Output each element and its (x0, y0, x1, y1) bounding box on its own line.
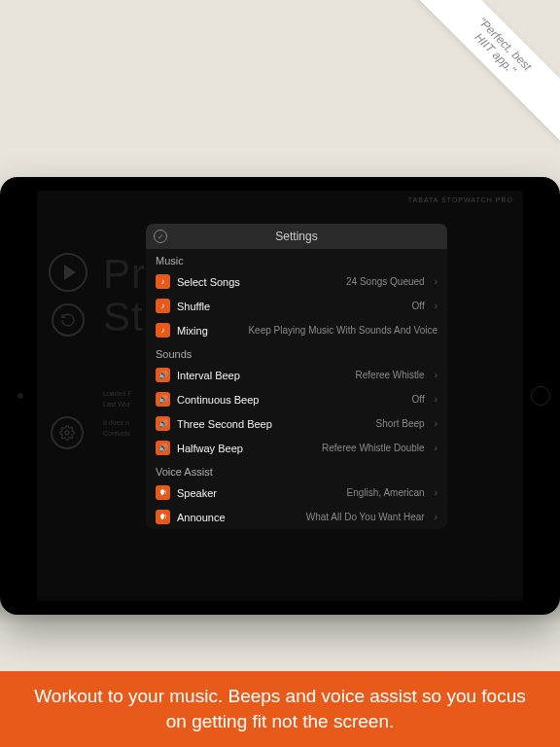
play-button[interactable] (49, 253, 88, 292)
row-label: Mixing (177, 325, 208, 337)
settings-row[interactable]: 🔊Interval BeepReferee Whistle› (146, 363, 447, 387)
row-icon: 🗣 (156, 510, 170, 524)
panel-header: ✓ Settings (146, 224, 447, 249)
section-header: Sounds (146, 342, 447, 363)
row-icon: 🔊 (156, 392, 170, 407)
row-icon: ♪ (156, 274, 170, 289)
row-icon: 🗣 (156, 485, 170, 500)
tablet-frame: TABATA STOPWATCH PRO PrSt Loaded FLast W… (0, 177, 560, 615)
row-icon: ♪ (156, 299, 170, 313)
section-header: Voice Assist (146, 460, 447, 480)
row-value: Referee Whistle (356, 370, 425, 380)
section-header: Music (146, 249, 447, 269)
row-value: English, American (347, 487, 425, 498)
row-label: Select Songs (177, 276, 240, 288)
ribbon-text: "Perfect, bestHIIT app." (408, 0, 560, 140)
settings-row[interactable]: 🗣AnnounceWhat All Do You Want Hear› (146, 505, 447, 529)
row-label: Halfway Beep (177, 443, 243, 454)
table-shadow (0, 597, 560, 624)
screen: TABATA STOPWATCH PRO PrSt Loaded FLast W… (37, 191, 523, 601)
reset-button[interactable] (52, 303, 85, 337)
promo-ribbon: "Perfect, bestHIIT app." (385, 0, 560, 175)
camera-dot (18, 393, 23, 399)
app-header-text: TABATA STOPWATCH PRO (408, 196, 513, 203)
chevron-right-icon: › (435, 276, 438, 287)
row-label: Announce (177, 512, 226, 523)
background-title: PrSt (103, 253, 146, 338)
settings-button[interactable] (51, 416, 84, 449)
done-button[interactable]: ✓ (154, 230, 167, 243)
row-icon: 🔊 (156, 441, 170, 455)
chevron-right-icon: › (435, 301, 438, 311)
row-icon: 🔊 (156, 368, 170, 382)
left-controls (49, 253, 88, 337)
row-icon: 🔊 (156, 416, 170, 431)
row-value: Short Beep (376, 418, 425, 429)
settings-row[interactable]: 🗣SpeakerEnglish, American› (146, 480, 447, 505)
chevron-right-icon: › (435, 418, 438, 429)
chevron-right-icon: › (435, 394, 438, 405)
panel-title: Settings (146, 230, 447, 243)
settings-row[interactable]: ♪Select Songs24 Songs Queued› (146, 269, 447, 294)
chevron-right-icon: › (435, 443, 438, 453)
marketing-caption: Workout to your music. Beeps and voice a… (0, 671, 560, 747)
chevron-right-icon: › (435, 512, 438, 522)
row-value: Keep Playing Music With Sounds And Voice (248, 325, 438, 336)
subtext-2: It does nConfuciu (103, 418, 130, 439)
row-value: Off (412, 394, 425, 405)
settings-row[interactable]: 🔊Three Second BeepShort Beep› (146, 411, 447, 436)
row-label: Speaker (177, 487, 217, 499)
panel-body: Music♪Select Songs24 Songs Queued›♪Shuff… (146, 249, 447, 529)
home-button[interactable] (531, 386, 550, 406)
reset-icon (60, 312, 76, 328)
row-label: Three Second Beep (177, 418, 272, 430)
row-value: Referee Whistle Double (322, 443, 425, 453)
settings-row[interactable]: ♪MixingKeep Playing Music With Sounds An… (146, 318, 447, 342)
play-icon (64, 265, 76, 280)
row-value: Off (412, 301, 425, 311)
row-label: Continuous Beep (177, 394, 259, 406)
row-label: Interval Beep (177, 370, 240, 381)
row-value: 24 Songs Queued (346, 276, 425, 287)
settings-panel: ✓ Settings Music♪Select Songs24 Songs Qu… (146, 224, 447, 529)
settings-row[interactable]: 🔊Halfway BeepReferee Whistle Double› (146, 436, 447, 460)
svg-point-0 (65, 431, 69, 435)
row-icon: ♪ (156, 323, 170, 338)
chevron-right-icon: › (435, 487, 438, 498)
row-label: Shuffle (177, 301, 210, 312)
subtext-1: Loaded FLast Wor (103, 389, 132, 409)
settings-row[interactable]: 🔊Continuous BeepOff› (146, 387, 447, 411)
settings-row[interactable]: ♪ShuffleOff› (146, 294, 447, 318)
row-value: What All Do You Want Hear (306, 512, 425, 522)
gear-icon (59, 425, 75, 441)
chevron-right-icon: › (435, 370, 438, 380)
